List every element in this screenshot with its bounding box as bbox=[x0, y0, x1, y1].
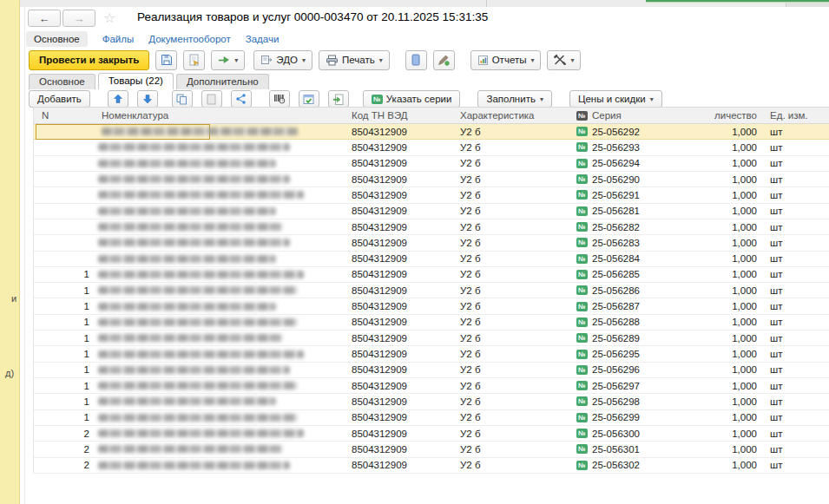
sign-button[interactable] bbox=[433, 50, 455, 70]
table-row[interactable]: 1 8504312909 У2 б № 25-056296 1,000 шт bbox=[34, 363, 829, 378]
mobile-device-button[interactable] bbox=[405, 50, 427, 70]
cell-tnved-code: 8504312909 bbox=[341, 442, 452, 456]
tab-docflow[interactable]: Документооборот bbox=[148, 34, 230, 44]
cell-nomenclature bbox=[93, 172, 341, 187]
col-header-series[interactable]: № Серия bbox=[572, 108, 714, 123]
table-row[interactable]: 8504312909 У2 б № 25-056292 1,000 шт bbox=[34, 124, 829, 140]
fill-button[interactable]: Заполнить ▾ bbox=[477, 90, 551, 108]
progress-green-bar bbox=[646, 0, 829, 3]
add-row-button[interactable]: Добавить bbox=[29, 90, 90, 108]
prices-discounts-button[interactable]: Цены и скидки ▾ bbox=[569, 90, 662, 108]
cell-series-value: 25-056301 bbox=[592, 444, 640, 455]
series-number-icon: № bbox=[576, 127, 588, 136]
back-button[interactable]: ← bbox=[28, 10, 61, 27]
table-row[interactable]: 8504312909 У2 б № 25-056281 1,000 шт bbox=[34, 204, 829, 219]
col-header-tnved[interactable]: Код ТН ВЭД bbox=[341, 108, 452, 123]
table-row[interactable]: 8504312909 У2 б № 25-056291 1,000 шт bbox=[34, 187, 829, 203]
cell-quantity: 1,000 bbox=[714, 140, 763, 154]
table-row[interactable]: 8504312909 У2 б № 25-056283 1,000 шт bbox=[34, 235, 829, 251]
tab-basic[interactable]: Основное bbox=[29, 74, 95, 89]
edo-label: ЭДО bbox=[276, 55, 298, 65]
load-from-file-button[interactable] bbox=[328, 90, 349, 108]
print-button[interactable]: Печать ▾ bbox=[319, 50, 390, 70]
cell-row-number bbox=[34, 235, 93, 250]
cell-tnved-code: 8504312909 bbox=[341, 394, 452, 409]
share-icon bbox=[235, 94, 247, 104]
cell-tnved-code: 8504312909 bbox=[341, 378, 452, 393]
table-row[interactable]: 2 8504312909 У2 б № 25-056300 1,000 шт bbox=[34, 426, 829, 442]
table-row[interactable]: 2 8504312909 У2 б № 25-056301 1,000 шт bbox=[34, 442, 829, 457]
table-row[interactable]: 1 8504312909 У2 б № 25-056289 1,000 шт bbox=[34, 331, 829, 346]
table-row[interactable]: 1 8504312909 У2 б № 25-056298 1,000 шт bbox=[34, 394, 829, 409]
post-document-button[interactable] bbox=[183, 50, 205, 70]
cell-series-value: 25-056300 bbox=[592, 429, 640, 439]
delete-row-button[interactable] bbox=[201, 90, 222, 108]
move-up-button[interactable] bbox=[108, 90, 128, 108]
cell-characteristic: У2 б bbox=[452, 235, 572, 250]
cell-series: № 25-056288 bbox=[572, 315, 714, 330]
tab-goods[interactable]: Товары (22) bbox=[98, 73, 174, 89]
cell-quantity: 1,000 bbox=[714, 252, 763, 266]
table-row[interactable]: 8504312909 У2 б № 25-056293 1,000 шт bbox=[34, 140, 829, 155]
barcode-scan-button[interactable] bbox=[269, 90, 290, 108]
tab-tasks[interactable]: Задачи bbox=[246, 34, 280, 44]
save-button[interactable] bbox=[155, 50, 177, 70]
series-number-icon: № bbox=[576, 302, 588, 311]
cell-row-number bbox=[34, 156, 93, 171]
table-row[interactable]: 1 8504312909 У2 б № 25-056299 1,000 шт bbox=[34, 410, 829, 426]
cell-characteristic: У2 б bbox=[452, 298, 572, 313]
col-header-unit[interactable]: Ед. изм. bbox=[763, 108, 829, 123]
cell-nomenclature bbox=[93, 410, 341, 425]
col-header-n[interactable]: N bbox=[34, 108, 93, 123]
censored-nomenclature-text bbox=[98, 445, 283, 453]
col-header-qty[interactable]: Количество bbox=[714, 108, 763, 123]
specify-series-button[interactable]: № Указать серии bbox=[363, 90, 461, 108]
cell-quantity: 1,000 bbox=[714, 267, 763, 282]
table-row[interactable]: 1 8504312909 У2 б № 25-056295 1,000 шт bbox=[34, 346, 829, 362]
background-panel-sliver: и д) bbox=[0, 0, 20, 504]
copy-row-button[interactable] bbox=[172, 90, 193, 108]
table-row[interactable]: 2 8504312909 У2 б № 25-056302 1,000 шт bbox=[34, 458, 829, 474]
reports-button[interactable]: Отчеты ▾ bbox=[470, 50, 542, 70]
cell-unit: шт bbox=[763, 458, 829, 473]
cell-series: № 25-056301 bbox=[572, 442, 714, 456]
cell-series-value: 25-056295 bbox=[592, 349, 640, 359]
move-down-button[interactable] bbox=[137, 90, 158, 108]
cell-characteristic: У2 б bbox=[452, 331, 572, 345]
cell-row-number: 1 bbox=[34, 346, 93, 361]
table-row[interactable]: 1 8504312909 У2 б № 25-056286 1,000 шт bbox=[34, 283, 829, 298]
reports-label: Отчеты bbox=[492, 55, 527, 65]
col-header-characteristic[interactable]: Характеристика bbox=[452, 108, 572, 123]
table-header-row: N Номенклатура Код ТН ВЭД Характеристика… bbox=[34, 108, 829, 124]
cell-nomenclature bbox=[93, 298, 341, 313]
table-row[interactable]: 1 8504312909 У2 б № 25-056287 1,000 шт bbox=[34, 298, 829, 314]
cell-nomenclature bbox=[93, 426, 341, 441]
save-icon bbox=[161, 54, 173, 66]
table-row[interactable]: 8504312909 У2 б № 25-056284 1,000 шт bbox=[34, 252, 829, 267]
create-based-on-button[interactable]: ▾ bbox=[211, 50, 245, 70]
edo-button[interactable]: ЭДО ▾ bbox=[253, 50, 313, 70]
table-row[interactable]: 1 8504312909 У2 б № 25-056288 1,000 шт bbox=[34, 315, 829, 331]
check-quantity-button[interactable] bbox=[299, 90, 319, 108]
series-number-icon: № bbox=[576, 461, 588, 470]
col-header-nomenclature[interactable]: Номенклатура bbox=[93, 108, 341, 123]
favorite-star-icon[interactable]: ☆ bbox=[103, 10, 115, 26]
table-row[interactable]: 1 8504312909 У2 б № 25-056285 1,000 шт bbox=[34, 267, 829, 283]
cell-series: № 25-056285 bbox=[572, 267, 714, 282]
cell-characteristic: У2 б bbox=[452, 378, 572, 393]
table-row[interactable]: 1 8504312909 У2 б № 25-056297 1,000 шт bbox=[34, 378, 829, 394]
cell-nomenclature bbox=[93, 235, 341, 250]
forward-button[interactable]: → bbox=[63, 10, 95, 27]
more-actions-button[interactable]: ▾ bbox=[547, 50, 581, 70]
table-row[interactable]: 8504312909 У2 б № 25-056294 1,000 шт bbox=[34, 156, 829, 172]
cell-series-value: 25-056289 bbox=[592, 333, 640, 344]
cell-unit: шт bbox=[763, 442, 829, 456]
censored-nomenclature-text bbox=[98, 350, 304, 358]
post-and-close-button[interactable]: Провести и закрыть bbox=[29, 50, 149, 70]
tab-main[interactable]: Основное bbox=[26, 31, 88, 47]
tab-additional[interactable]: Дополнительно bbox=[176, 74, 269, 89]
tab-files[interactable]: Файлы bbox=[102, 34, 135, 44]
table-row[interactable]: 8504312909 У2 б № 25-056290 1,000 шт bbox=[34, 172, 829, 187]
share-button[interactable] bbox=[231, 90, 252, 108]
table-row[interactable]: 8504312909 У2 б № 25-056282 1,000 шт bbox=[34, 219, 829, 235]
